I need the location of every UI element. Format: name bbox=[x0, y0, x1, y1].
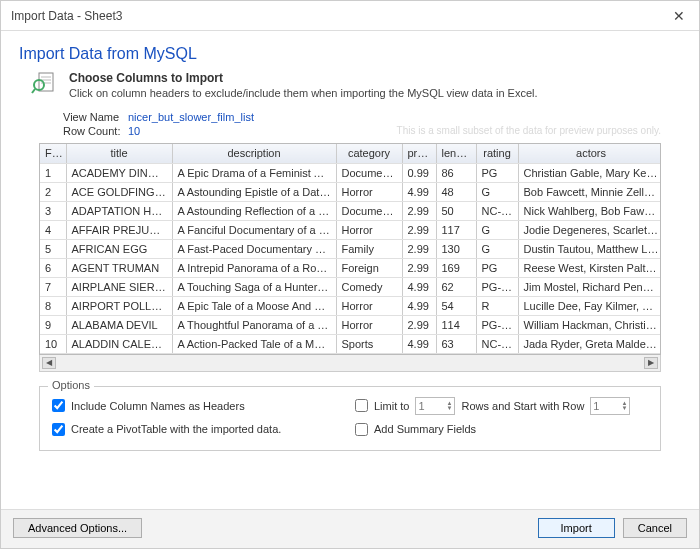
table-cell: Horror bbox=[336, 220, 402, 239]
table-cell: 3 bbox=[40, 201, 66, 220]
preview-table-wrap: FI...titledescriptioncategorypricelength… bbox=[39, 143, 661, 355]
table-cell: 2 bbox=[40, 182, 66, 201]
include-headers-checkbox[interactable]: Include Column Names as Headers bbox=[52, 399, 345, 412]
create-pivot-input[interactable] bbox=[52, 423, 65, 436]
scroll-right-icon[interactable]: ▶ bbox=[644, 357, 658, 369]
limit-rows-stepper[interactable]: 1 ▲▼ bbox=[415, 397, 455, 415]
table-cell: 50 bbox=[436, 201, 476, 220]
table-cell: PG-13 bbox=[476, 277, 518, 296]
titlebar: Import Data - Sheet3 ✕ bbox=[1, 1, 699, 31]
col-header-4[interactable]: price bbox=[402, 144, 436, 163]
add-summary-label: Add Summary Fields bbox=[374, 423, 476, 435]
rowcount-label: Row Count: bbox=[63, 125, 128, 137]
limit-to-input[interactable] bbox=[355, 399, 368, 412]
table-cell: 2.99 bbox=[402, 258, 436, 277]
table-row[interactable]: 8AIRPORT POLLOCKA Epic Tale of a Moose A… bbox=[40, 296, 661, 315]
table-cell: A Epic Tale of a Moose And a Girl who... bbox=[172, 296, 336, 315]
col-header-5[interactable]: length bbox=[436, 144, 476, 163]
table-row[interactable]: 4AFFAIR PREJUDICEA Fanciful Documentary … bbox=[40, 220, 661, 239]
table-cell: G bbox=[476, 220, 518, 239]
col-header-0[interactable]: FI... bbox=[40, 144, 66, 163]
advanced-options-button[interactable]: Advanced Options... bbox=[13, 518, 142, 538]
table-cell: A Astounding Reflection of a Lumberj... bbox=[172, 201, 336, 220]
include-headers-label: Include Column Names as Headers bbox=[71, 400, 245, 412]
table-row[interactable]: 5AFRICAN EGGA Fast-Paced Documentary of … bbox=[40, 239, 661, 258]
table-cell: Bob Fawcett, Minnie Zellweger bbox=[518, 182, 661, 201]
table-cell: Reese West, Kirsten Paltrow, S bbox=[518, 258, 661, 277]
sub-title: Choose Columns to Import bbox=[69, 71, 538, 85]
table-cell: 9 bbox=[40, 315, 66, 334]
table-cell: PG bbox=[476, 163, 518, 182]
limit-to-checkbox[interactable]: Limit to bbox=[355, 399, 409, 412]
table-row[interactable]: 7AIRPLANE SIERRAA Touching Saga of a Hun… bbox=[40, 277, 661, 296]
table-cell: 86 bbox=[436, 163, 476, 182]
table-cell: 4 bbox=[40, 220, 66, 239]
preview-table: FI...titledescriptioncategorypricelength… bbox=[40, 144, 661, 354]
dialog-content: Import Data from MySQL Choose Columns to… bbox=[1, 31, 699, 548]
table-cell: PG bbox=[476, 258, 518, 277]
table-cell: 4.99 bbox=[402, 296, 436, 315]
table-cell: 2.99 bbox=[402, 201, 436, 220]
table-cell: Family bbox=[336, 239, 402, 258]
table-cell: 130 bbox=[436, 239, 476, 258]
include-headers-input[interactable] bbox=[52, 399, 65, 412]
add-summary-input[interactable] bbox=[355, 423, 368, 436]
table-cell: A Touching Saga of a Hunter And a Bu bbox=[172, 277, 336, 296]
table-row[interactable]: 10ALADDIN CALENDARA Action-Packed Tale o… bbox=[40, 334, 661, 353]
create-pivot-checkbox[interactable]: Create a PivotTable with the imported da… bbox=[52, 423, 345, 436]
scroll-left-icon[interactable]: ◀ bbox=[42, 357, 56, 369]
table-cell: 8 bbox=[40, 296, 66, 315]
viewname-label: View Name bbox=[63, 111, 128, 123]
svg-rect-0 bbox=[39, 73, 53, 91]
table-row[interactable]: 1ACADEMY DINOSAURA Epic Drama of a Femin… bbox=[40, 163, 661, 182]
table-cell: 6 bbox=[40, 258, 66, 277]
table-cell: A Fanciful Documentary of a Frisbee A... bbox=[172, 220, 336, 239]
table-cell: 2.99 bbox=[402, 239, 436, 258]
start-row-stepper[interactable]: 1 ▲▼ bbox=[590, 397, 630, 415]
table-cell: Horror bbox=[336, 182, 402, 201]
table-cell: 54 bbox=[436, 296, 476, 315]
table-row[interactable]: 3ADAPTATION HOLESA Astounding Reflection… bbox=[40, 201, 661, 220]
col-header-2[interactable]: description bbox=[172, 144, 336, 163]
options-group: Options Include Column Names as Headers … bbox=[39, 386, 661, 451]
table-cell: PG-13 bbox=[476, 315, 518, 334]
table-cell: 2.99 bbox=[402, 220, 436, 239]
table-cell: 2.99 bbox=[402, 315, 436, 334]
add-summary-checkbox[interactable]: Add Summary Fields bbox=[355, 423, 648, 436]
close-icon[interactable]: ✕ bbox=[667, 6, 691, 26]
table-cell: AFFAIR PREJUDICE bbox=[66, 220, 172, 239]
table-cell: 7 bbox=[40, 277, 66, 296]
table-cell: AGENT TRUMAN bbox=[66, 258, 172, 277]
limit-rows-value: 1 bbox=[418, 400, 424, 412]
magnifier-page-icon bbox=[31, 71, 59, 95]
limit-to-label: Limit to bbox=[374, 400, 409, 412]
table-cell: 1 bbox=[40, 163, 66, 182]
table-row[interactable]: 6AGENT TRUMANA Intrepid Panorama of a Ro… bbox=[40, 258, 661, 277]
rowcount-value: 10 bbox=[128, 125, 661, 137]
table-cell: G bbox=[476, 239, 518, 258]
horizontal-scrollbar[interactable]: ◀ ▶ bbox=[39, 355, 661, 372]
import-button[interactable]: Import bbox=[538, 518, 615, 538]
window-title: Import Data - Sheet3 bbox=[11, 9, 122, 23]
table-cell: 4.99 bbox=[402, 334, 436, 353]
table-row[interactable]: 2ACE GOLDFINGERA Astounding Epistle of a… bbox=[40, 182, 661, 201]
start-row-value: 1 bbox=[593, 400, 599, 412]
col-header-7[interactable]: actors bbox=[518, 144, 661, 163]
table-cell: AFRICAN EGG bbox=[66, 239, 172, 258]
col-header-3[interactable]: category bbox=[336, 144, 402, 163]
col-header-6[interactable]: rating bbox=[476, 144, 518, 163]
table-cell: Jada Ryder, Greta Malden, Roc bbox=[518, 334, 661, 353]
table-cell: Documentary bbox=[336, 201, 402, 220]
table-cell: William Hackman, Christian G bbox=[518, 315, 661, 334]
table-row[interactable]: 9ALABAMA DEVILA Thoughtful Panorama of a… bbox=[40, 315, 661, 334]
create-pivot-label: Create a PivotTable with the imported da… bbox=[71, 423, 281, 435]
viewname-value: nicer_but_slower_film_list bbox=[128, 111, 661, 123]
col-header-1[interactable]: title bbox=[66, 144, 172, 163]
table-cell: 0.99 bbox=[402, 163, 436, 182]
table-cell: 5 bbox=[40, 239, 66, 258]
cancel-button[interactable]: Cancel bbox=[623, 518, 687, 538]
table-cell: ALABAMA DEVIL bbox=[66, 315, 172, 334]
table-cell: A Action-Packed Tale of a Man And a ... bbox=[172, 334, 336, 353]
table-cell: NC-17 bbox=[476, 201, 518, 220]
table-cell: Nick Wahlberg, Bob Fawcett, C bbox=[518, 201, 661, 220]
